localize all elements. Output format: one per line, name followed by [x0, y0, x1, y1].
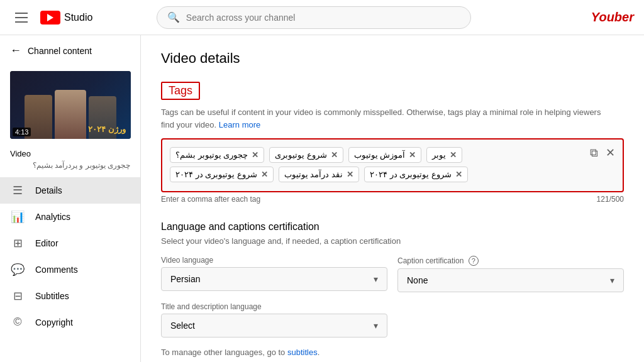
sidebar-comments-label: Comments: [35, 265, 78, 275]
video-thumbnail: ورژن ۲۰۲۴ 4:13: [10, 71, 131, 139]
tags-section: Tags Tags can be useful if content in yo…: [161, 82, 624, 204]
back-button[interactable]: ← Channel content: [0, 35, 140, 66]
thumb-duration: 4:13: [13, 128, 31, 136]
title-desc-lang-label: Title and description language: [161, 302, 387, 311]
language-section-subtitle: Select your video's language and, if nee…: [161, 236, 624, 246]
tag-text: شروع یوتیوبری: [275, 150, 327, 160]
tags-hint-text: Enter a comma after each tag: [161, 195, 260, 204]
search-input[interactable]: [186, 13, 460, 23]
language-section-title: Language and captions certification: [161, 221, 624, 233]
page-title: Video details: [161, 50, 624, 67]
sidebar: ← Channel content ورژن ۲۰۲۴ 4:13: [0, 35, 141, 362]
tag-remove-icon[interactable]: ✕: [331, 150, 338, 160]
sidebar-analytics-label: Analytics: [35, 212, 70, 222]
video-language-dropdown[interactable]: Persian ▾: [161, 267, 387, 291]
caption-cert-help-icon[interactable]: ?: [469, 256, 479, 266]
tags-hint-row: Enter a comma after each tag 121/500: [161, 195, 624, 204]
languages-footer: To manage other languages, go to subtitl…: [161, 348, 624, 357]
tag-remove-icon[interactable]: ✕: [450, 150, 457, 160]
subtitles-icon: ⊟: [10, 289, 25, 303]
main-content: Video details Tags Tags can be useful if…: [141, 35, 644, 362]
subtitles-link[interactable]: subtitles: [287, 348, 318, 357]
tags-count: 121/500: [597, 195, 624, 204]
sidebar-subtitles-label: Subtitles: [35, 291, 69, 301]
tag-text: آموزش یوتیوب: [354, 150, 406, 160]
youber-logo: Youber: [591, 10, 634, 25]
clear-tags-button[interactable]: ✕: [604, 145, 616, 161]
tag-text: نقد درآمد یوتیوب: [284, 170, 343, 179]
tag-chip: ✕ شروع یوتیوبری: [269, 147, 343, 163]
dropdowns-row-2: Title and description language Select ▾: [161, 302, 624, 337]
sidebar-details-label: Details: [35, 185, 62, 195]
tags-actions: ⧉ ✕: [589, 145, 616, 161]
tag-chip: ✕ نقد درآمد یوتیوب: [279, 167, 359, 182]
tags-row-2: ✕ شروع یوتیوبری در ۲۰۲۴ ✕ نقد درآمد یوتی…: [170, 167, 615, 182]
details-icon: ☰: [10, 184, 25, 197]
dropdown-chevron-icon: ▾: [610, 275, 614, 285]
editor-icon: ⊞: [10, 236, 25, 250]
sidebar-item-comments[interactable]: 💬 Comments: [0, 256, 140, 283]
copy-tags-button[interactable]: ⧉: [589, 145, 599, 161]
tag-text: شروع یوتیوبری در ۲۰۲۴: [370, 170, 452, 179]
copyright-icon: ©: [10, 315, 25, 329]
tags-input-box[interactable]: ⧉ ✕ ✕ چجوری یوتیوبر بشم؟ ✕ شروع یوتیوبری…: [161, 138, 624, 192]
dropdown-chevron-icon: ▾: [374, 321, 378, 331]
caption-cert-value: None: [407, 275, 428, 285]
tag-remove-icon[interactable]: ✕: [347, 170, 353, 179]
sidebar-nav: ☰ Details 📊 Analytics ⊞ Editor 💬 Comment…: [0, 177, 140, 335]
back-arrow-icon: ←: [10, 44, 21, 57]
video-thumbnail-container: ورژن ۲۰۲۴ 4:13: [0, 66, 140, 144]
title-desc-lang-wrap: Title and description language Select ▾: [161, 302, 387, 337]
sidebar-copyright-label: Copyright: [35, 317, 73, 327]
video-type-label: Video: [0, 144, 140, 161]
video-language-wrap: Video language Persian ▾: [161, 256, 387, 292]
tags-label: Tags: [161, 82, 200, 100]
dropdown-chevron-icon: ▾: [374, 274, 378, 284]
tag-remove-icon[interactable]: ✕: [252, 150, 258, 160]
search-bar: 🔍: [157, 6, 471, 29]
sidebar-item-subtitles[interactable]: ⊟ Subtitles: [0, 283, 140, 309]
tag-remove-icon[interactable]: ✕: [455, 170, 462, 179]
thumb-persian-text: ورژن ۲۰۲۴: [88, 124, 126, 134]
sidebar-item-editor[interactable]: ⊞ Editor: [0, 230, 140, 256]
tag-text: چجوری یوتیوبر بشم؟: [175, 150, 248, 160]
dropdowns-row: Video language Persian ▾ Caption certifi…: [161, 256, 624, 292]
studio-logo[interactable]: Studio: [40, 11, 92, 25]
analytics-icon: 📊: [10, 210, 25, 224]
tag-chip: ✕ چجوری یوتیوبر بشم؟: [170, 147, 264, 163]
caption-cert-wrap: Caption certification ? None ▾: [397, 256, 624, 292]
youtube-icon: [40, 11, 60, 25]
tags-description: Tags can be useful if content in your vi…: [161, 106, 601, 131]
channel-content-label: Channel content: [28, 46, 92, 56]
sidebar-editor-label: Editor: [35, 238, 58, 248]
learn-more-link[interactable]: Learn more: [219, 120, 260, 129]
search-icon: 🔍: [167, 11, 180, 23]
tag-chip: ✕ شروع یوتیوبری در ۲۰۲۴: [364, 167, 468, 182]
tag-chip: ✕ یوبر: [426, 147, 462, 163]
video-language-value: Persian: [170, 274, 200, 284]
topbar: Studio 🔍 Youber: [0, 0, 644, 35]
tag-text: یوبر: [432, 150, 446, 160]
hamburger-button[interactable]: [10, 8, 33, 28]
tag-text: شروع یوتیوبری در ۲۰۲۴: [175, 170, 257, 179]
studio-logo-text: Studio: [64, 12, 92, 23]
tag-chip: ✕ شروع یوتیوبری در ۲۰۲۴: [170, 167, 274, 182]
title-desc-lang-dropdown[interactable]: Select ▾: [161, 314, 387, 337]
comments-icon: 💬: [10, 263, 25, 277]
video-title-label: چجوری یوتیوبر و پردرآمد بشیم؟: [0, 161, 140, 175]
caption-cert-label: Caption certification ?: [397, 256, 624, 266]
sidebar-item-analytics[interactable]: 📊 Analytics: [0, 204, 140, 230]
sidebar-item-details[interactable]: ☰ Details: [0, 177, 140, 204]
tags-row: ✕ چجوری یوتیوبر بشم؟ ✕ شروع یوتیوبری ✕ آ…: [170, 147, 615, 163]
language-section: Language and captions certification Sele…: [161, 221, 624, 357]
video-language-label: Video language: [161, 256, 387, 265]
tag-remove-icon[interactable]: ✕: [409, 150, 416, 160]
sidebar-item-copyright[interactable]: © Copyright: [0, 309, 140, 335]
tag-remove-icon[interactable]: ✕: [261, 170, 268, 179]
tag-chip: ✕ آموزش یوتیوب: [348, 147, 422, 163]
title-desc-lang-value: Select: [170, 321, 195, 331]
caption-cert-dropdown[interactable]: None ▾: [397, 268, 624, 292]
